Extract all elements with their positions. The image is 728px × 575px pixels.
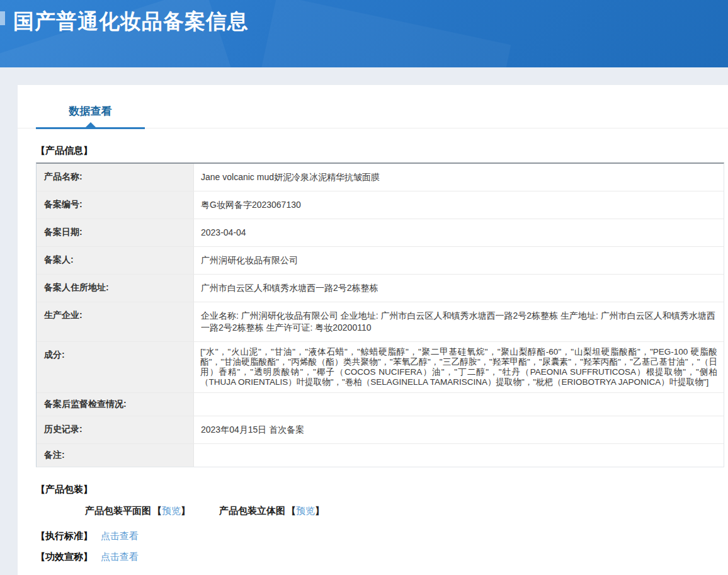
bracket-close: 】 bbox=[181, 505, 190, 517]
table-row-manufacturer: 生产企业: 企业名称: 广州润研化妆品有限公司 企业地址: 广州市白云区人和镇秀… bbox=[37, 302, 724, 342]
packaging-3d-item: 产品包装立体图 【 预览 】 bbox=[219, 505, 324, 517]
product-info-table: 产品名称: Jane volcanic mud妍泥冷泉冰泥精华抗皱面膜 备案编号… bbox=[36, 162, 724, 467]
row-value: ["水"，"火山泥"，"甘油"，"液体石蜡"，"鲸蜡硬脂醇"，"聚二甲基硅氧烷"… bbox=[194, 342, 724, 392]
page-header: 国产普通化妆品备案信息 bbox=[0, 0, 728, 67]
row-value: Jane volcanic mud妍泥冷泉冰泥精华抗皱面膜 bbox=[194, 164, 724, 191]
table-row-registration-date: 备案日期: 2023-04-04 bbox=[37, 219, 724, 247]
row-label: 历史记录: bbox=[37, 416, 194, 443]
row-label: 备案编号: bbox=[37, 191, 194, 219]
table-row-registration-number: 备案编号: 粤G妆网备字2023067130 bbox=[37, 191, 724, 219]
row-label: 备注: bbox=[37, 444, 194, 467]
standards-link[interactable]: 点击查看 bbox=[101, 530, 139, 542]
bracket-open: 【 bbox=[152, 505, 162, 517]
bracket-open: 【 bbox=[287, 505, 296, 517]
row-label: 产品名称: bbox=[37, 164, 194, 191]
row-value: 粤G妆网备字2023067130 bbox=[194, 191, 724, 219]
packaging-row: 产品包装平面图 【 预览 】 产品包装立体图 【 预览 】 bbox=[85, 505, 728, 517]
row-value: 企业名称: 广州润研化妆品有限公司 企业地址: 广州市白云区人和镇秀水塘西一路2… bbox=[194, 302, 724, 341]
row-value: 2023年04月15日 首次备案 bbox=[194, 416, 724, 443]
row-value: 2023-04-04 bbox=[194, 219, 724, 246]
row-value bbox=[194, 393, 724, 416]
row-label: 备案日期: bbox=[37, 219, 194, 246]
packaging-3d-label: 产品包装立体图 bbox=[219, 505, 285, 517]
bracket-close: 】 bbox=[315, 505, 324, 517]
table-row-remarks: 备注: bbox=[37, 444, 724, 467]
standards-label: 【执行标准】 bbox=[36, 530, 93, 542]
packaging-section-title: 【产品包装】 bbox=[36, 484, 728, 496]
page-title: 国产普通化妆品备案信息 bbox=[0, 0, 728, 36]
row-value: 广州市白云区人和镇秀水塘西一路2号2栋整栋 bbox=[194, 275, 724, 302]
row-label: 成分: bbox=[37, 342, 194, 392]
table-row-history: 历史记录: 2023年04月15日 首次备案 bbox=[37, 416, 724, 444]
table-row-product-name: 产品名称: Jane volcanic mud妍泥冷泉冰泥精华抗皱面膜 bbox=[37, 164, 724, 191]
standards-row: 【执行标准】 点击查看 bbox=[36, 530, 728, 542]
row-label: 备案人: bbox=[37, 247, 194, 274]
tab-bar: 数据查看 bbox=[18, 85, 728, 128]
packaging-plan-item: 产品包装平面图 【 预览 】 bbox=[85, 505, 190, 517]
preview-3d-link[interactable]: 预览 bbox=[296, 505, 315, 517]
row-label: 备案后监督检查情况: bbox=[37, 393, 194, 416]
row-label: 备案人住所地址: bbox=[37, 275, 194, 302]
content-card: 数据查看 【产品信息】 产品名称: Jane volcanic mud妍泥冷泉冰… bbox=[18, 85, 728, 575]
claims-row: 【功效宣称】 点击查看 bbox=[36, 551, 728, 563]
row-value bbox=[194, 444, 724, 467]
claims-link[interactable]: 点击查看 bbox=[101, 551, 139, 563]
table-row-supervision-check: 备案后监督检查情况: bbox=[37, 393, 724, 416]
claims-label: 【功效宣称】 bbox=[36, 551, 93, 563]
preview-plan-link[interactable]: 预览 bbox=[162, 505, 181, 517]
tab-data-view[interactable]: 数据查看 bbox=[36, 104, 145, 129]
product-info-section-title: 【产品信息】 bbox=[36, 145, 728, 157]
table-row-registrant: 备案人: 广州润研化妆品有限公司 bbox=[37, 247, 724, 275]
table-row-ingredients: 成分: ["水"，"火山泥"，"甘油"，"液体石蜡"，"鲸蜡硬脂醇"，"聚二甲基… bbox=[37, 342, 724, 393]
row-value: 广州润研化妆品有限公司 bbox=[194, 247, 724, 274]
row-label: 生产企业: bbox=[37, 302, 194, 341]
table-row-registrant-address: 备案人住所地址: 广州市白云区人和镇秀水塘西一路2号2栋整栋 bbox=[37, 275, 724, 302]
packaging-plan-label: 产品包装平面图 bbox=[85, 505, 151, 517]
